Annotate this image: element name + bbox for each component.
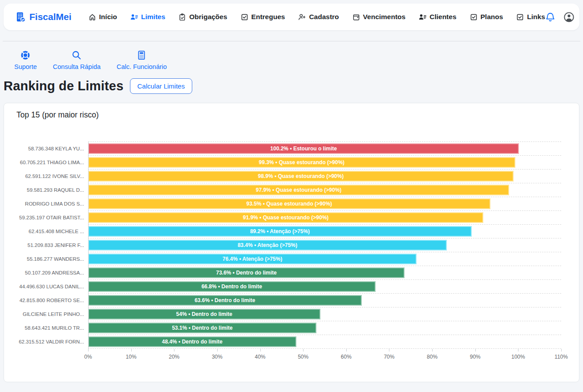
- x-axis-tick: [346, 349, 347, 352]
- x-axis-ticks: 0%10%20%30%40%50%60%70%80%90%100%110%: [88, 349, 561, 364]
- chart-row: 62.315.512 VALDIR FORN...48.4% • Dentro …: [13, 335, 561, 348]
- calendar-icon: [352, 13, 360, 21]
- bar-track: 91.9% • Quase estourando (>90%): [88, 210, 561, 224]
- nav-item-vencimentos[interactable]: Vencimentos: [352, 13, 406, 21]
- x-axis-tick-label: 110%: [555, 354, 568, 360]
- bar-category-label: 42.815.800 ROBERTO SE...: [13, 293, 88, 307]
- bar-value-label: 54% • Dentro do limite: [176, 311, 232, 317]
- bar-category-label: 51.209.833 JENIFER F...: [13, 238, 88, 252]
- quick-action-calc-funcionario[interactable]: Calc. Funcionário: [117, 50, 167, 70]
- chart-row: GILCIENE LEITE PINHO...54% • Dentro do l…: [13, 307, 561, 321]
- x-axis-tick-label: 10%: [126, 354, 137, 360]
- bar-track: 48.4% • Dentro do limite: [88, 335, 561, 348]
- bar-value-label: 53.1% • Dentro do limite: [172, 325, 232, 331]
- clipboard-check-icon: [178, 13, 186, 21]
- bar-within_limit[interactable]: 66.8% • Dentro do limite: [88, 281, 376, 292]
- bar-category-label: 59.581.293 RAQUEL D...: [13, 183, 88, 197]
- bar-near_limit[interactable]: 91.9% • Quase estourando (>90%): [88, 212, 483, 223]
- bar-category-label: 62.415.408 MICHELE ...: [13, 224, 88, 238]
- x-axis-tick: [432, 349, 433, 352]
- nav-item-inicio[interactable]: Início: [89, 13, 117, 21]
- nav-items: Início Limites Obrigações Entregues Cada…: [89, 13, 545, 21]
- bar-attention[interactable]: 89.2% • Atenção (>75%): [88, 226, 472, 237]
- bar-within_limit[interactable]: 54% • Dentro do limite: [88, 309, 320, 319]
- x-axis-tick: [260, 349, 261, 352]
- quick-action-suporte[interactable]: Suporte: [14, 50, 37, 70]
- bar-category-label: 60.705.221 THIAGO LIMA...: [13, 155, 88, 169]
- bar-near_limit[interactable]: 93.5% • Quase estourando (>90%): [88, 198, 490, 209]
- bar-category-label: 62.591.122 IVONE SILV...: [13, 169, 88, 183]
- nav-item-obrigacoes[interactable]: Obrigações: [178, 13, 227, 21]
- bar-within_limit[interactable]: 63.6% • Dentro do limite: [88, 295, 362, 306]
- x-axis-tick: [174, 349, 174, 352]
- nav-item-label: Limites: [141, 13, 165, 21]
- brand[interactable]: FiscalMei: [15, 12, 72, 22]
- x-axis-tick-label: 0%: [84, 354, 92, 360]
- quick-action-label: Consulta Rápida: [53, 63, 101, 70]
- nav-item-planos[interactable]: Planos: [470, 13, 503, 21]
- quick-actions: Suporte Consulta Rápida Calc. Funcionári…: [0, 41, 583, 70]
- people-lines-icon: [419, 13, 426, 21]
- nav-item-entregues[interactable]: Entregues: [241, 13, 285, 21]
- user-avatar-icon[interactable]: [563, 12, 575, 23]
- chart-row: 42.815.800 ROBERTO SE...63.6% • Dentro d…: [13, 293, 561, 307]
- chart-row: 59.235.197 OTAIR BATIST...91.9% • Quase …: [13, 210, 561, 224]
- bar-value-label: 98.9% • Quase estourando (>90%): [258, 173, 344, 179]
- nav-item-limites[interactable]: Limites: [130, 13, 165, 21]
- bar-near_limit[interactable]: 99.3% • Quase estourando (>90%): [88, 157, 515, 168]
- bar-within_limit[interactable]: 53.1% • Dentro do limite: [88, 323, 316, 333]
- chart-row: 58.736.348 KEYLA YU...100.2% • Estourou …: [13, 141, 561, 155]
- bar-category-label: RODRIGO LIMA DOS S...: [13, 197, 88, 210]
- x-axis-tick: [561, 349, 562, 352]
- quick-action-label: Calc. Funcionário: [117, 63, 167, 70]
- x-axis-tick-label: 60%: [341, 354, 352, 360]
- check-square-icon: [470, 13, 478, 21]
- check-square-icon: [241, 13, 248, 21]
- life-ring-icon: [20, 50, 30, 60]
- chart-rows: 58.736.348 KEYLA YU...100.2% • Estourou …: [13, 141, 561, 348]
- y-axis-line: [88, 141, 89, 349]
- bar-within_limit[interactable]: 48.4% • Dentro do limite: [88, 336, 296, 347]
- chart-row: 51.209.833 JENIFER F...83.4% • Atenção (…: [13, 238, 561, 252]
- bar-chart[interactable]: 58.736.348 KEYLA YU...100.2% • Estourou …: [13, 141, 561, 364]
- chart-row: 62.591.122 IVONE SILV...98.9% • Quase es…: [13, 169, 561, 183]
- nav-item-clientes[interactable]: Clientes: [419, 13, 456, 21]
- chart-row: 55.186.277 WANDERS...76.4% • Atenção (>7…: [13, 252, 561, 266]
- ranking-card: Top 15 (por maior risco) 58.736.348 KEYL…: [4, 103, 579, 382]
- bar-value-label: 83.4% • Atenção (>75%): [238, 242, 297, 248]
- bar-value-label: 100.2% • Estourou o limite: [270, 145, 337, 152]
- bar-within_limit[interactable]: 73.6% • Dentro do limite: [88, 267, 405, 278]
- bar-track: 93.5% • Quase estourando (>90%): [88, 197, 561, 210]
- bar-value-label: 89.2% • Atenção (>75%): [250, 228, 310, 234]
- bar-value-label: 91.9% • Quase estourando (>90%): [243, 214, 329, 221]
- bar-track: 89.2% • Atenção (>75%): [88, 224, 561, 238]
- bar-attention[interactable]: 76.4% • Atenção (>75%): [88, 254, 417, 264]
- bar-over_limit[interactable]: 100.2% • Estourou o limite: [88, 143, 519, 154]
- calculate-limits-button[interactable]: Calcular Limites: [130, 78, 193, 94]
- quick-action-consulta-rapida[interactable]: Consulta Rápida: [53, 50, 101, 70]
- chart-row: 44.496.630 LUCAS DANIL...66.8% • Dentro …: [13, 279, 561, 293]
- quick-action-label: Suporte: [14, 63, 37, 70]
- check-square-icon: [516, 13, 524, 21]
- bar-track: 100.2% • Estourou o limite: [88, 141, 561, 155]
- x-axis-tick-label: 30%: [212, 354, 223, 360]
- nav-item-cadastro[interactable]: Cadastro: [298, 13, 339, 21]
- bar-near_limit[interactable]: 98.9% • Quase estourando (>90%): [88, 171, 514, 182]
- chart-row: RODRIGO LIMA DOS S...93.5% • Quase estou…: [13, 197, 561, 210]
- bar-near_limit[interactable]: 97.9% • Quase estourando (>90%): [88, 185, 509, 195]
- x-axis-tick-label: 50%: [298, 354, 308, 360]
- person-plus-icon: [298, 13, 306, 21]
- x-axis-tick-label: 100%: [511, 354, 525, 360]
- chart-row: 59.581.293 RAQUEL D...97.9% • Quase esto…: [13, 183, 561, 197]
- bar-track: 73.6% • Dentro do limite: [88, 266, 561, 279]
- chart-row: 50.107.209 ANDRESSA...73.6% • Dentro do …: [13, 266, 561, 279]
- chart-row: 58.643.421 MURILO TR...53.1% • Dentro do…: [13, 321, 561, 335]
- bar-category-label: 58.736.348 KEYLA YU...: [13, 141, 88, 155]
- nav-item-links[interactable]: Links: [516, 13, 545, 21]
- x-axis-tick-label: 80%: [427, 354, 437, 360]
- x-axis-tick-label: 90%: [470, 354, 481, 360]
- bell-icon[interactable]: [545, 12, 555, 22]
- x-axis-tick: [88, 349, 89, 352]
- bar-category-label: 62.315.512 VALDIR FORN...: [13, 335, 88, 348]
- bar-attention[interactable]: 83.4% • Atenção (>75%): [88, 240, 447, 251]
